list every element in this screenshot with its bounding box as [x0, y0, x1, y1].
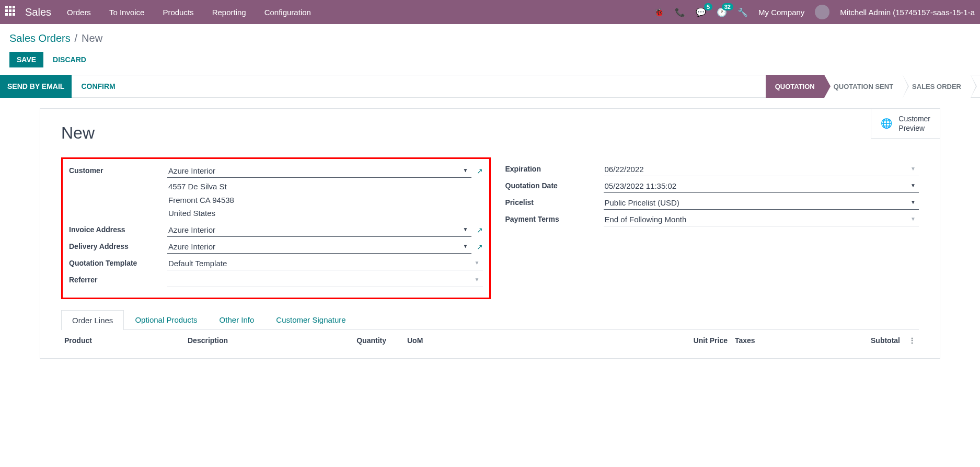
chat-icon[interactable]: 💬5: [696, 7, 706, 17]
customer-row: Customer ▼ ↗ 4557 De Silva St: [69, 164, 483, 220]
delivery-address-label: Delivery Address: [69, 240, 167, 250]
col-subtotal: Subtotal: [769, 336, 900, 345]
expiration-input[interactable]: [604, 163, 919, 176]
wrench-icon[interactable]: 🔧: [737, 7, 748, 17]
col-quantity: Quantity: [334, 336, 386, 345]
pricelist-input[interactable]: [604, 196, 919, 210]
form-sheet: 🌐 Customer Preview New Customer: [40, 108, 940, 359]
confirm-button[interactable]: CONFIRM: [81, 82, 115, 90]
breadcrumb-root[interactable]: Sales Orders: [9, 32, 71, 44]
step-sales-order[interactable]: SALES ORDER: [903, 75, 971, 98]
sheet-body: New Customer ▼ ↗: [40, 109, 940, 358]
pricelist-label: Pricelist: [505, 196, 604, 207]
referrer-label: Referrer: [69, 274, 167, 284]
payment-terms-label: Payment Terms: [505, 213, 604, 223]
breadcrumb-separator: /: [75, 32, 78, 44]
payment-terms-input[interactable]: [604, 213, 919, 226]
tab-other-info[interactable]: Other Info: [209, 310, 266, 329]
quotation-date-input[interactable]: [604, 179, 919, 193]
col-taxes: Taxes: [728, 336, 769, 345]
quotation-template-label: Quotation Template: [69, 257, 167, 267]
user-avatar[interactable]: [815, 5, 829, 19]
company-selector[interactable]: My Company: [758, 8, 804, 17]
col-unit-price: Unit Price: [675, 336, 728, 345]
delivery-address-row: Delivery Address ▼ ↗: [69, 240, 483, 254]
record-title: New: [61, 123, 919, 143]
form-columns: Customer ▼ ↗ 4557 De Silva St: [61, 157, 919, 299]
right-column: Expiration ▼ Quotation Date ▼: [505, 157, 919, 299]
step-quotation-sent[interactable]: QUOTATION SENT: [824, 75, 903, 98]
referrer-row: Referrer ▼: [69, 274, 483, 287]
invoice-address-row: Invoice Address ▼ ↗: [69, 223, 483, 237]
customer-address: 4557 De Silva St Fremont CA 94538 United…: [167, 180, 483, 220]
step-quotation[interactable]: QUOTATION: [766, 75, 824, 98]
clock-icon[interactable]: 🕐32: [717, 7, 727, 17]
globe-icon: 🌐: [881, 118, 892, 129]
left-column: Customer ▼ ↗ 4557 De Silva St: [61, 157, 491, 299]
discard-button[interactable]: DISCARD: [53, 55, 86, 64]
status-bar: SEND BY EMAIL CONFIRM QUOTATION QUOTATIO…: [0, 75, 980, 98]
save-button[interactable]: SAVE: [9, 52, 43, 67]
preview-label: Customer Preview: [898, 114, 930, 133]
breadcrumb-current: New: [82, 32, 102, 44]
expiration-row: Expiration ▼: [505, 163, 919, 176]
customer-input[interactable]: [167, 164, 471, 178]
external-link-icon[interactable]: ↗: [477, 243, 483, 251]
phone-icon[interactable]: 📞: [675, 7, 685, 17]
status-steps: QUOTATION QUOTATION SENT SALES ORDER: [766, 75, 971, 98]
top-navbar: Sales Orders To Invoice Products Reporti…: [0, 0, 980, 24]
main-menu: Orders To Invoice Products Reporting Con…: [67, 8, 311, 17]
menu-orders[interactable]: Orders: [67, 8, 91, 17]
expiration-label: Expiration: [505, 163, 604, 173]
tab-order-lines[interactable]: Order Lines: [61, 310, 124, 330]
quotation-template-input[interactable]: [167, 257, 483, 270]
invoice-address-input[interactable]: [167, 223, 471, 237]
user-menu[interactable]: Mitchell Admin (15745157-saas-15-1-a: [840, 8, 975, 17]
referrer-input[interactable]: [167, 274, 483, 287]
external-link-icon[interactable]: ↗: [477, 226, 483, 234]
form-tabs: Order Lines Optional Products Other Info…: [61, 310, 919, 330]
col-uom: UoM: [386, 336, 439, 345]
order-lines-header: Product Description Quantity UoM Unit Pr…: [61, 330, 919, 351]
tab-customer-signature[interactable]: Customer Signature: [265, 310, 356, 329]
menu-to-invoice[interactable]: To Invoice: [109, 8, 145, 17]
customer-field-wrap: ▼ ↗ 4557 De Silva St Fremont CA 94538 Un…: [167, 164, 483, 220]
chat-badge: 5: [704, 3, 712, 10]
delivery-address-input[interactable]: [167, 240, 471, 254]
topbar-right: 🐞 📞 💬5 🕐32 🔧 My Company Mitchell Admin (…: [654, 5, 975, 19]
activity-badge: 32: [722, 3, 733, 10]
customer-label: Customer: [69, 164, 167, 175]
col-description: Description: [188, 336, 334, 345]
menu-reporting[interactable]: Reporting: [212, 8, 246, 17]
external-link-icon[interactable]: ↗: [477, 167, 483, 175]
menu-products[interactable]: Products: [163, 8, 193, 17]
kebab-menu-icon[interactable]: ⋮: [900, 336, 916, 345]
customer-preview-button[interactable]: 🌐 Customer Preview: [871, 109, 940, 139]
payment-terms-row: Payment Terms ▼: [505, 213, 919, 226]
quotation-date-row: Quotation Date ▼: [505, 179, 919, 193]
menu-configuration[interactable]: Configuration: [264, 8, 311, 17]
content-wrap: 🌐 Customer Preview New Customer: [0, 98, 980, 369]
invoice-address-label: Invoice Address: [69, 223, 167, 234]
pricelist-row: Pricelist ▼: [505, 196, 919, 210]
app-title[interactable]: Sales: [25, 6, 51, 18]
apps-menu-icon[interactable]: [5, 6, 18, 18]
tab-optional-products[interactable]: Optional Products: [124, 310, 208, 329]
send-by-email-button[interactable]: SEND BY EMAIL: [0, 75, 72, 98]
action-bar: SAVE DISCARD: [0, 50, 980, 75]
bug-icon[interactable]: 🐞: [654, 7, 664, 17]
quotation-date-label: Quotation Date: [505, 179, 604, 190]
col-product: Product: [64, 336, 188, 345]
breadcrumb: Sales Orders / New: [0, 24, 980, 50]
quotation-template-row: Quotation Template ▼: [69, 257, 483, 270]
